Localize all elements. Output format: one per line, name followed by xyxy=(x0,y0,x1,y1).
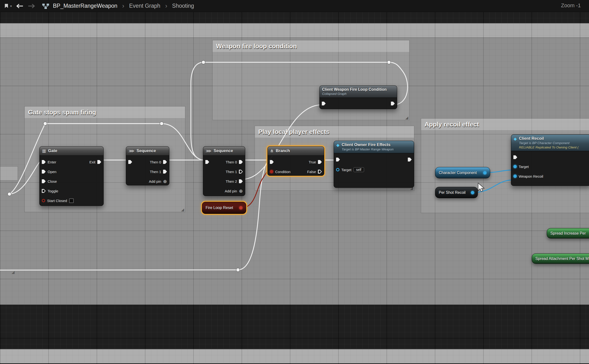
exec-in-pin[interactable] xyxy=(128,160,132,164)
exec-in-pin[interactable] xyxy=(42,160,46,164)
comment-partial-left[interactable] xyxy=(0,166,18,181)
branch-node[interactable]: ⋔ Branch True Condition False xyxy=(267,146,324,176)
client-recoil-node[interactable]: ◆ Client Recoil Target is BP Character C… xyxy=(511,134,589,186)
pin-label: Close xyxy=(48,179,57,183)
node-title: Spread Increase Per xyxy=(550,231,586,236)
gate-node[interactable]: ▥ Gate Enter Exit Open Close Toggle Star… xyxy=(39,146,104,206)
exec-in-pin[interactable] xyxy=(42,170,46,174)
exec-out-pin[interactable] xyxy=(163,170,167,174)
bool-pin[interactable] xyxy=(270,170,273,173)
add-pin-icon[interactable]: ⊕ xyxy=(163,179,167,184)
node-title: Client Weapon Fire Loop Condition xyxy=(322,87,387,92)
sequence-icon: ⋙ xyxy=(206,149,211,153)
exec-out-pin[interactable] xyxy=(408,158,412,161)
exec-in-pin[interactable] xyxy=(42,189,46,193)
node-header[interactable]: ⋙ Sequence xyxy=(126,147,169,156)
exec-in-pin[interactable] xyxy=(270,160,274,164)
target-self-field[interactable]: self xyxy=(353,167,364,172)
pin-label: Enter xyxy=(48,160,56,164)
spread-attachment-node[interactable]: Spread Attachment Per Shot M xyxy=(532,253,589,264)
breadcrumb-event-graph[interactable]: Event Graph xyxy=(129,3,160,9)
exec-out-pin[interactable] xyxy=(239,160,243,164)
node-header[interactable]: ◆ Client Owner Fire Effects Target is BP… xyxy=(334,141,414,153)
comment-header[interactable]: Play local player effects xyxy=(255,126,414,138)
comment-header[interactable]: Apply recoil effect xyxy=(421,119,589,130)
node-header[interactable]: ◆ Client Recoil Target is BP Character C… xyxy=(511,135,589,151)
node-header[interactable]: ⋔ Branch xyxy=(268,147,324,156)
exec-out-pin[interactable] xyxy=(163,160,167,164)
client-weapon-fire-loop-condition-node[interactable]: Client Weapon Fire Loop Condition Collap… xyxy=(319,85,397,109)
gate-icon: ▥ xyxy=(42,149,46,153)
forward-button[interactable] xyxy=(27,3,36,9)
object-pin[interactable] xyxy=(513,175,517,178)
exec-in-pin[interactable] xyxy=(42,179,46,183)
exec-in-pin[interactable] xyxy=(336,158,340,161)
pin-label: Start Closed xyxy=(47,199,67,203)
exec-out-pin[interactable] xyxy=(239,170,243,174)
start-closed-checkbox[interactable] xyxy=(69,198,74,203)
node-title: Client Owner Fire Effects xyxy=(342,142,394,147)
comment-title: Apply recoil effect xyxy=(424,121,479,128)
exec-in-pin[interactable] xyxy=(205,160,209,164)
comment-title: Gate stops spam firing xyxy=(28,109,96,116)
spread-increase-node[interactable]: Spread Increase Per xyxy=(547,228,589,238)
pin-label: Open xyxy=(48,170,57,174)
exec-out-pin[interactable] xyxy=(391,102,395,105)
exec-out-pin[interactable] xyxy=(239,179,243,183)
arrow-right-icon xyxy=(27,3,36,9)
exec-out-pin[interactable] xyxy=(318,160,322,164)
object-pin[interactable] xyxy=(513,165,517,168)
background-band-bottom xyxy=(0,349,589,363)
pin-label: Target xyxy=(341,168,352,172)
resize-handle-icon[interactable]: ◢ xyxy=(405,115,408,120)
add-pin-label[interactable]: Add pin xyxy=(225,189,237,193)
fire-loop-reset-node[interactable]: Fire Loop Reset xyxy=(202,202,246,214)
pin-label: False xyxy=(307,170,316,174)
pin-label: Then 0 xyxy=(226,160,237,164)
node-header[interactable]: ▥ Gate xyxy=(40,147,103,156)
exec-out-pin[interactable] xyxy=(97,160,101,164)
graph-hierarchy-button[interactable] xyxy=(42,3,50,9)
sequence-node-1[interactable]: ⋙ Sequence Then 0 Then 1 Add pin⊕ xyxy=(126,146,169,185)
object-pin[interactable] xyxy=(336,168,339,171)
sequence-node-2[interactable]: ⋙ Sequence Then 0 Then 1 Then 2 Add pin⊕ xyxy=(203,146,245,196)
pin-label: Toggle xyxy=(48,189,58,193)
breadcrumb-separator: › xyxy=(164,2,169,10)
comment-header[interactable]: Weapon fire loop condition xyxy=(213,40,409,52)
comment-header[interactable]: Gate stops spam firing xyxy=(25,106,185,118)
blueprint-editor: Weapon fire loop condition ◢ Gate stops … xyxy=(0,0,589,364)
exec-in-pin[interactable] xyxy=(513,155,517,159)
node-replication-note: RELIABLE Replicated To Owning Client ( xyxy=(519,145,578,150)
delegate-pin[interactable] xyxy=(239,206,243,210)
bookmark-button[interactable]: ▾ xyxy=(4,3,12,9)
pin-label: Condition xyxy=(275,170,290,174)
node-title: Gate xyxy=(48,148,57,153)
caret-down-icon: ▾ xyxy=(10,4,12,8)
pin-label: Weapon Recoil xyxy=(519,174,543,178)
object-pin[interactable] xyxy=(483,171,487,175)
exec-out-pin[interactable] xyxy=(318,170,322,174)
node-header[interactable]: ⋙ Sequence xyxy=(203,147,245,156)
add-pin-icon[interactable]: ⊕ xyxy=(239,189,243,193)
breadcrumb-separator: › xyxy=(121,2,126,10)
zoom-level-label: Zoom -1 xyxy=(561,2,581,9)
object-pin[interactable] xyxy=(471,191,474,194)
per-shot-recoil-node[interactable]: Per Shot Recoil xyxy=(435,187,478,198)
client-owner-fire-effects-node[interactable]: ◆ Client Owner Fire Effects Target is BP… xyxy=(334,141,414,188)
background-band-top xyxy=(0,23,589,37)
character-component-node[interactable]: Character Component xyxy=(435,167,490,178)
resize-handle-icon[interactable]: ◢ xyxy=(181,207,184,212)
pin-label: Then 2 xyxy=(226,179,237,183)
bookmark-icon xyxy=(4,3,9,9)
breadcrumb-root[interactable]: BP_MasterRangeWeapon xyxy=(53,3,117,9)
exec-in-pin[interactable] xyxy=(322,102,326,105)
add-pin-label[interactable]: Add pin xyxy=(149,179,161,183)
breadcrumb-shooting[interactable]: Shooting xyxy=(172,3,194,9)
back-button[interactable] xyxy=(15,3,24,9)
resize-handle-icon[interactable]: ◢ xyxy=(12,270,14,274)
bool-pin[interactable] xyxy=(42,199,45,202)
node-title: Spread Attachment Per Shot M xyxy=(535,257,589,261)
node-header[interactable]: Client Weapon Fire Loop Condition Collap… xyxy=(320,86,397,98)
graph-toolbar: ▾ BP_MasterRangeWeapon › Event Graph › S… xyxy=(0,0,589,12)
node-subtitle: Collapsed Graph xyxy=(322,92,387,96)
